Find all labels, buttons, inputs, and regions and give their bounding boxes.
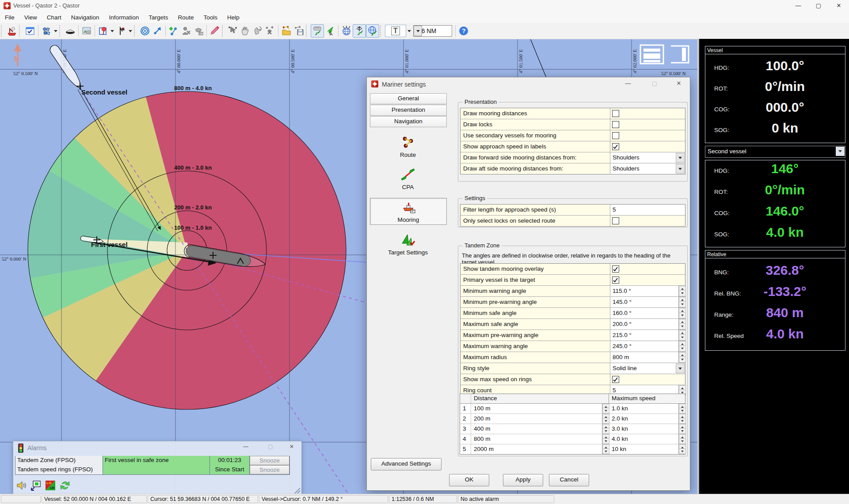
toolbar-grip[interactable] [380,25,383,37]
spinner[interactable] [602,424,609,434]
green-cursor-icon[interactable] [324,25,336,37]
close-button[interactable]: ✕ [829,0,849,11]
toolbar-grip[interactable] [19,25,22,37]
apply-button[interactable]: Apply [503,474,543,486]
chevron-down-icon[interactable] [836,147,845,156]
route-folder-icon[interactable] [280,25,293,37]
spinner[interactable] [678,352,685,363]
pilot-boat-icon[interactable] [6,25,18,37]
resize-grip[interactable] [293,486,301,494]
toolbar-grip[interactable] [1,25,4,37]
chevron-down-icon[interactable] [406,25,412,37]
spinner[interactable] [602,404,609,413]
nav-button-navigation[interactable]: Navigation [370,116,447,127]
spinner[interactable] [678,308,685,318]
alarms-close-button[interactable]: ✕ [286,443,298,451]
compass-north-icon[interactable]: N [115,25,127,37]
speed-table-icon[interactable] [311,24,324,38]
spinner[interactable] [678,434,685,444]
scale-combobox[interactable]: 0.6 NM [413,25,452,37]
advanced-settings-button[interactable]: Advanced Settings [371,458,442,470]
alarm-lock-icon[interactable]: LO UK [44,479,57,492]
spinner[interactable] [678,297,685,307]
nav-button-presentation[interactable]: Presentation [370,105,447,116]
toolbar-grip[interactable] [222,25,225,37]
chart-pieces-icon[interactable] [40,25,53,37]
route-save-icon[interactable] [293,25,305,37]
select-nodes-icon[interactable] [227,25,239,37]
dropdown[interactable]: Solid line [610,363,685,374]
highlight-pen-icon[interactable] [209,25,221,37]
pin-frame-icon[interactable] [97,25,109,37]
menu-item-navigation[interactable]: Navigation [66,14,104,21]
dialog-minimize-button[interactable]: — [621,80,635,89]
menu-item-route[interactable]: Route [173,14,198,21]
menu-item-information[interactable]: Information [104,14,144,21]
alarms-minimize-button[interactable]: — [240,443,252,451]
menu-item-tools[interactable]: Tools [198,14,222,21]
antenna-arrow-icon[interactable] [353,24,366,38]
spinner[interactable] [678,319,685,330]
tag-boat-icon[interactable] [192,25,205,37]
chevron-down-icon[interactable] [109,25,115,37]
checkbox[interactable] [612,132,619,139]
nav-item-target-settings[interactable]: Target Settings [370,231,446,257]
snooze-button[interactable]: Snooze [250,456,289,465]
dialog-title-bar[interactable]: Mariner settings — ▢ ✕ [367,77,690,91]
target-vessel-selector[interactable]: Second vessel [705,146,845,158]
checkbox[interactable] [612,217,619,224]
checkbox[interactable] [612,110,619,117]
cancel-button[interactable]: Cancel [549,474,589,486]
menu-item-file[interactable]: File [0,14,19,21]
ok-button[interactable]: OK [449,474,489,486]
checklist-window-icon[interactable] [24,25,36,37]
route-erase-icon[interactable] [264,25,276,37]
person-x-icon[interactable] [180,25,192,37]
globe-arrow-icon[interactable] [366,24,379,38]
nav-item-cpa[interactable]: CPA [370,166,446,192]
chevron-down-icon[interactable] [53,25,58,37]
alarms-maximize-button[interactable]: ▢ [264,443,277,451]
toolbar-grip[interactable] [134,25,137,37]
spinner[interactable] [602,434,609,444]
spinner[interactable] [678,444,685,454]
globe-net-icon[interactable] [340,25,353,37]
menu-item-chart[interactable]: Chart [42,14,66,21]
checkbox[interactable] [612,143,619,150]
menu-item-view[interactable]: View [19,14,42,21]
alarm-sound-icon[interactable] [15,479,27,492]
checkbox[interactable] [612,376,619,383]
add-route-icon[interactable] [168,25,180,37]
bearing-arrow-icon[interactable] [151,25,164,37]
nav-item-route[interactable]: Route [370,133,446,159]
captain-hat-icon[interactable] [64,25,76,37]
snooze-button[interactable]: Snooze [250,465,289,474]
spinner[interactable] [678,286,685,296]
spinner[interactable] [678,330,685,341]
minimize-button[interactable]: — [788,0,808,11]
checkbox[interactable] [612,121,619,128]
spinner[interactable] [602,414,609,424]
image-icon[interactable] [80,25,93,37]
spinner[interactable] [678,341,685,352]
chevron-down-icon[interactable] [127,25,133,37]
text-tool-button[interactable]: T [385,25,406,37]
spinner[interactable] [678,404,685,413]
toolbar-grip[interactable] [306,25,309,37]
nav-button-general[interactable]: General [370,93,447,104]
bullseye-icon[interactable] [139,25,151,37]
dropdown[interactable]: Shoulders [610,163,685,174]
dialog-close-button[interactable]: ✕ [672,80,685,89]
menu-item-help[interactable]: Help [222,14,244,21]
alarm-popup-icon[interactable] [30,479,42,492]
maximize-button[interactable]: ▢ [808,0,829,11]
alarm-refresh-icon[interactable] [59,479,71,492]
dropdown[interactable]: Shoulders [610,152,685,163]
checkbox[interactable] [612,277,619,284]
checkbox[interactable] [612,265,619,273]
pan-hand-icon[interactable] [239,25,251,37]
dialog-maximize-button[interactable]: ▢ [648,80,661,89]
help-icon[interactable]: ? [457,25,470,37]
menu-item-targets[interactable]: Targets [144,14,173,21]
spinner[interactable] [678,414,685,424]
